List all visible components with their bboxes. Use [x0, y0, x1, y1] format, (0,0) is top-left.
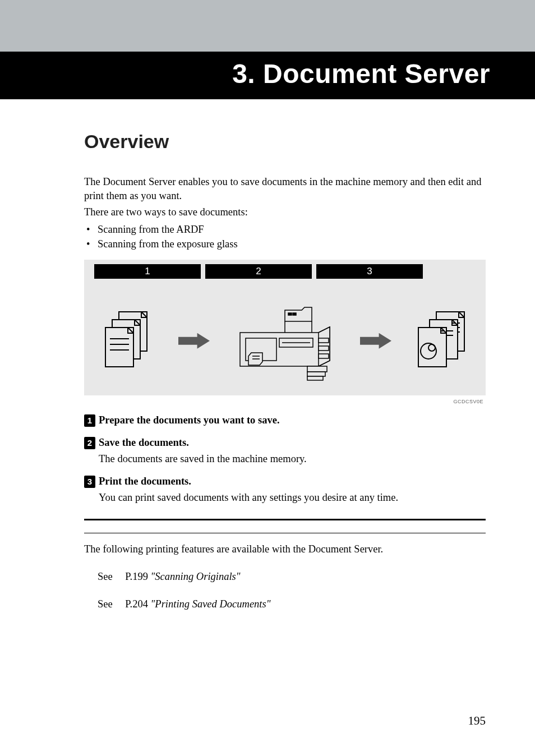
intro-paragraph-2: There are two ways to save documents: [84, 205, 486, 219]
step-3-label: 3 Print the documents. [84, 476, 486, 488]
step-2-num: 2 [84, 437, 95, 449]
content: Overview The Document Server enables you… [0, 99, 535, 610]
svg-rect-7 [319, 354, 329, 358]
arrow-icon-2 [360, 333, 391, 349]
header-gray-bar [0, 0, 535, 52]
step-2: 2 Save the documents. The documents are … [84, 437, 486, 465]
step-2-label: 2 Save the documents. [84, 437, 486, 449]
svg-rect-9 [293, 313, 296, 315]
documents-output-icon [411, 307, 472, 375]
step-2-title: Save the documents. [99, 437, 189, 449]
page: 3. Document Server Overview The Document… [0, 0, 535, 756]
see-label-1: See [98, 571, 113, 582]
step-1-label: 1 Prepare the documents you want to save… [84, 414, 486, 427]
documents-stack-icon [98, 307, 159, 375]
step-3: 3 Print the documents. You can print sav… [84, 476, 486, 504]
see-page-2: P.204 [125, 598, 148, 610]
see-title-2: "Printing Saved Documents" [151, 598, 271, 610]
svg-rect-8 [288, 313, 292, 315]
step-1: 1 Prepare the documents you want to save… [84, 414, 486, 427]
step-3-desc: You can print saved documents with any s… [99, 491, 486, 504]
arrow-icon-1 [178, 333, 210, 349]
workflow-diagram: 1 2 3 [84, 260, 486, 395]
chapter-title: 3. Document Server [232, 59, 490, 89]
divider-thin [84, 533, 486, 533]
features-text: The following printing features are avai… [84, 543, 486, 555]
see-page-1: P.199 [125, 571, 148, 582]
step-1-title: Prepare the documents you want to save. [99, 414, 280, 426]
bullet-list: Scanning from the ARDF Scanning from the… [84, 223, 486, 252]
see-ref-1: See P.199 "Scanning Originals" [98, 571, 486, 583]
header-black-bar: 3. Document Server [0, 52, 535, 99]
divider-thick [84, 519, 486, 520]
diagram-header-2: 2 [205, 264, 312, 279]
svg-rect-5 [319, 338, 329, 343]
intro-paragraph-1: The Document Server enables you to save … [84, 175, 486, 203]
diagram-header-1: 1 [94, 264, 201, 279]
page-number: 195 [468, 714, 486, 728]
diagram-headers: 1 2 3 [94, 264, 476, 279]
bullet-item-1: Scanning from the ARDF [84, 223, 486, 237]
diagram-body [94, 293, 476, 383]
see-ref-2: See P.204 "Printing Saved Documents" [98, 598, 486, 610]
step-1-num: 1 [84, 414, 95, 427]
section-title: Overview [84, 131, 486, 153]
see-label-2: See [98, 598, 113, 610]
diagram-header-3: 3 [316, 264, 423, 279]
step-3-num: 3 [84, 476, 95, 488]
see-title-1: "Scanning Originals" [151, 571, 241, 582]
svg-rect-6 [319, 346, 329, 351]
printer-icon [229, 299, 341, 383]
bullet-item-2: Scanning from the exposure glass [84, 237, 486, 252]
diagram-code: GCDCSV0E [84, 399, 486, 404]
step-3-title: Print the documents. [99, 476, 191, 487]
step-2-desc: The documents are saved in the machine m… [99, 452, 486, 465]
